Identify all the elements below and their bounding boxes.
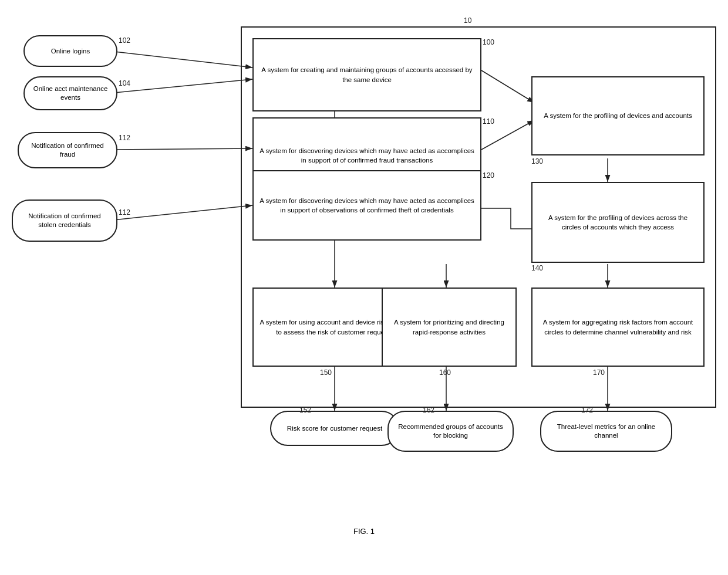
sys160-box: A system for prioritizing and directing …: [382, 288, 517, 367]
label-172: 172: [581, 406, 593, 414]
label-130: 130: [531, 157, 543, 165]
out162-oval: Recommended groups of accounts for block…: [387, 411, 514, 452]
out152-oval: Risk score for customer request: [270, 411, 399, 446]
fig-caption: FIG. 1: [305, 527, 423, 536]
sys130-box: A system for the profiling of devices an…: [531, 76, 705, 155]
svg-line-2: [114, 79, 252, 93]
label-102: 102: [119, 36, 130, 45]
label-100: 100: [483, 38, 494, 46]
label-162: 162: [423, 406, 434, 414]
label-110: 110: [483, 117, 494, 126]
sys170-box: A system for aggregating risk factors fr…: [531, 288, 705, 367]
label-120: 120: [483, 171, 494, 180]
label-112a: 112: [119, 134, 130, 142]
confirmed-fraud-oval: Notification of confirmed fraud: [18, 132, 117, 168]
confirmed-stolen-oval: Notification of confirmed stolen credent…: [12, 199, 117, 242]
svg-line-4: [113, 205, 252, 220]
diagram: 10 Online logins 102 Online acct mainten…: [0, 0, 728, 552]
sys140-box: A system for the profiling of devices ac…: [531, 182, 705, 263]
label-160: 160: [439, 368, 451, 377]
svg-line-3: [113, 148, 252, 150]
svg-line-1: [114, 52, 252, 67]
label-150: 150: [320, 368, 332, 377]
label-170: 170: [593, 368, 605, 377]
outer-box-label: 10: [464, 16, 471, 25]
online-acct-oval: Online acct maintenance events: [23, 76, 117, 110]
out172-oval: Threat-level metrics for an online chann…: [540, 411, 672, 452]
label-152: 152: [299, 406, 311, 414]
sys120-box: A system for discovering devices which m…: [252, 170, 481, 241]
label-140: 140: [531, 264, 543, 272]
label-104: 104: [119, 79, 130, 87]
label-112b: 112: [119, 208, 130, 217]
sys100-box: A system for creating and maintaining gr…: [252, 38, 481, 111]
online-logins-oval: Online logins: [23, 35, 117, 67]
